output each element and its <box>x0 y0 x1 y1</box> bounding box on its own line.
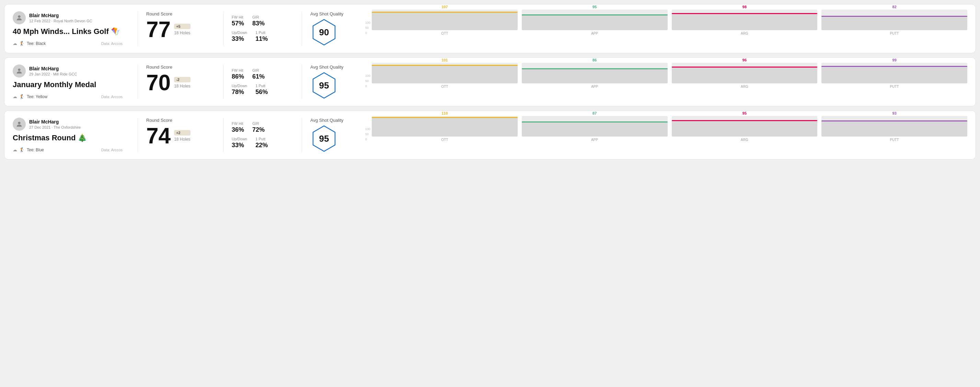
up-down-stat-round1: Up/Down 33% <box>232 30 247 43</box>
bar-value-putt: 93 <box>892 111 897 115</box>
score-section-round3: Round Score 74 +2 18 Holes <box>146 118 215 152</box>
chart-col-putt: 82 PUTT <box>821 5 967 35</box>
gir-label-round3: GIR <box>252 121 265 125</box>
round-title-round1: 40 Mph Winds... Links Golf 🪁 <box>13 27 123 36</box>
chart-inner-round1: 100 50 0 107 OTT 95 <box>365 11 967 46</box>
bar-label-arg: ARG <box>741 138 748 142</box>
user-name-round1: Blair McHarg <box>29 12 92 19</box>
bar-bg-putt <box>821 116 967 136</box>
user-info-round3: Blair McHarg 27 Dec 2021 · The Oxfordshi… <box>29 119 81 130</box>
one-putt-label-round2: 1 Putt <box>255 84 268 88</box>
bar-label-putt: PUTT <box>890 32 899 35</box>
bar-value-putt: 82 <box>892 5 897 9</box>
y-50: 50 <box>365 26 371 30</box>
user-name-round3: Blair McHarg <box>29 119 81 125</box>
bag-icon: 🏌 <box>19 94 25 99</box>
bar-label-ott: OTT <box>441 32 448 35</box>
card-left-round3: Blair McHarg 27 Dec 2021 · The Oxfordshi… <box>13 118 129 152</box>
user-meta-round1: 12 Feb 2022 · Royal North Devon GC <box>29 19 92 23</box>
bar-bg-putt <box>821 63 967 83</box>
bar-label-app: APP <box>591 138 598 142</box>
svg-point-4 <box>18 122 20 124</box>
up-down-label-round1: Up/Down <box>232 30 247 35</box>
hexagon-round2: 95 <box>310 72 338 99</box>
score-number-round2: 70 <box>146 72 170 94</box>
round-score-label-round1: Round Score <box>146 11 208 16</box>
hexagon-container-round2: 95 <box>310 72 338 99</box>
chart-bars-round1: 107 OTT 95 APP 98 <box>372 15 967 35</box>
fw-hit-value-round3: 36% <box>232 126 244 133</box>
quality-section-round2: Avg Shot Quality 95 <box>310 65 365 99</box>
data-source-round3: Data: Arccos <box>101 148 123 152</box>
weather-icon: ☁ <box>13 41 17 46</box>
bar-bg-app <box>522 63 668 83</box>
chart-y-axis-round2: 100 50 0 <box>365 68 371 89</box>
one-putt-stat-round3: 1 Putt 22% <box>255 137 268 149</box>
avatar-round1 <box>13 11 26 24</box>
y-50: 50 <box>365 132 371 136</box>
score-number-round1: 77 <box>146 19 170 40</box>
bag-icon: 🏌 <box>19 147 25 152</box>
chart-section-round3: 100 50 0 110 OTT 87 <box>365 118 967 152</box>
tee-info-round3: ☁ 🏌 Tee: Blue <box>13 147 44 152</box>
tee-label-round3: Tee: Blue <box>27 148 44 152</box>
score-details-round1: +5 18 Holes <box>174 24 190 35</box>
round-score-label-round2: Round Score <box>146 65 208 70</box>
gir-value-round3: 72% <box>252 126 265 133</box>
bar-line-arg <box>672 120 818 121</box>
data-source-round2: Data: Arccos <box>101 95 123 99</box>
tee-label-round2: Tee: Yellow <box>27 94 48 99</box>
chart-y-axis-round1: 100 50 0 <box>365 15 371 35</box>
y-100: 100 <box>365 21 371 24</box>
up-down-value-round3: 33% <box>232 142 247 149</box>
bar-line-arg <box>672 13 818 14</box>
bar-value-app: 86 <box>592 58 597 62</box>
fw-hit-value-round2: 86% <box>232 73 244 80</box>
bar-value-ott: 107 <box>441 5 448 9</box>
divider3-round3 <box>302 118 302 152</box>
one-putt-stat-round1: 1 Putt 11% <box>255 30 268 43</box>
gir-value-round2: 61% <box>252 73 265 80</box>
y-0: 0 <box>365 138 371 141</box>
divider3-round2 <box>302 65 302 99</box>
bar-bg-arg <box>672 10 818 30</box>
fw-hit-label-round3: FW Hit <box>232 121 244 125</box>
avatar-round3 <box>13 118 26 131</box>
one-putt-value-round2: 56% <box>255 89 268 96</box>
chart-y-axis-round3: 100 50 0 <box>365 121 371 142</box>
score-badge-round1: +5 <box>174 24 190 29</box>
round-card-round2: Blair McHarg 29 Jan 2022 · Mill Ride GCC… <box>4 57 976 106</box>
fw-hit-value-round1: 57% <box>232 20 244 27</box>
round-title-round3: Christmas Round 🎄 <box>13 133 123 143</box>
chart-col-ott: 101 OTT <box>372 58 518 89</box>
one-putt-label-round3: 1 Putt <box>255 137 268 141</box>
divider1-round2 <box>138 65 138 99</box>
fw-hit-label-round2: FW Hit <box>232 68 244 72</box>
stats-section-round1: FW Hit 57% GIR 83% Up/Down 33% 1 Putt 11… <box>232 11 293 46</box>
bar-line-putt <box>821 16 967 17</box>
user-row-round3: Blair McHarg 27 Dec 2021 · The Oxfordshi… <box>13 118 123 131</box>
bar-value-arg: 98 <box>743 5 746 9</box>
gir-stat-round3: GIR 72% <box>252 121 265 133</box>
user-icon <box>16 14 23 22</box>
gir-stat-round2: GIR 61% <box>252 68 265 80</box>
tee-label-round1: Tee: Black <box>27 41 46 46</box>
bar-fill-app <box>522 69 668 83</box>
score-section-round2: Round Score 70 -2 18 Holes <box>146 65 215 99</box>
divider1-round1 <box>138 11 138 46</box>
bar-fill-putt <box>821 121 967 136</box>
bar-fill-ott <box>372 66 518 83</box>
fw-hit-stat-round2: FW Hit 86% <box>232 68 244 80</box>
quality-section-round3: Avg Shot Quality 95 <box>310 118 365 152</box>
chart-inner-round3: 100 50 0 110 OTT 87 <box>365 118 967 152</box>
one-putt-value-round1: 11% <box>255 35 268 43</box>
gir-value-round1: 83% <box>252 20 265 27</box>
bar-bg-arg <box>672 63 818 83</box>
fw-hit-stat-round3: FW Hit 36% <box>232 121 244 133</box>
up-down-stat-round2: Up/Down 78% <box>232 84 247 96</box>
chart-col-app: 87 APP <box>522 111 668 142</box>
bar-bg-app <box>522 116 668 136</box>
hexagon-container-round3: 95 <box>310 125 338 152</box>
card-footer-round2: ☁ 🏌 Tee: Yellow Data: Arccos <box>13 94 123 99</box>
user-info-round1: Blair McHarg 12 Feb 2022 · Royal North D… <box>29 12 92 23</box>
